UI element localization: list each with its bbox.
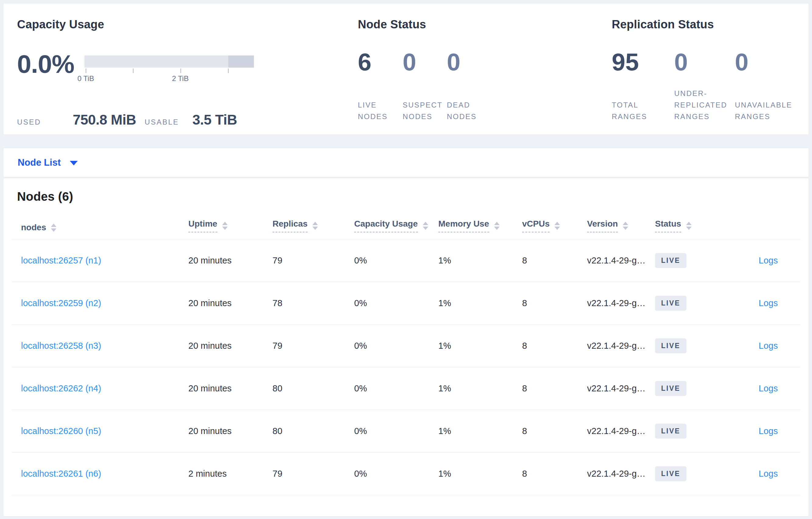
stat-label: UNAVAILABLE RANGES: [735, 99, 792, 122]
vcpus-cell: 8: [522, 298, 587, 308]
node-list-dropdown[interactable]: Node List: [3, 148, 809, 177]
uptime-cell: 20 minutes: [188, 426, 272, 436]
stat-label: UNDER- REPLICATED RANGES: [674, 88, 735, 122]
node-status-title: Node Status: [358, 18, 612, 31]
column-header-memory-use[interactable]: Memory Use: [438, 219, 522, 233]
sort-icon: [313, 222, 318, 230]
capacity-bar-segment: [228, 55, 254, 68]
stat-label: SUSPECT NODES: [403, 99, 447, 122]
replicas-cell: 79: [272, 255, 354, 266]
node-link[interactable]: localhost:26260 (n5): [21, 426, 101, 436]
stat-under-replicated-ranges: 0 UNDER- REPLICATED RANGES: [674, 50, 735, 122]
stat-value: 0: [735, 50, 792, 74]
axis-tick: [86, 68, 86, 73]
status-badge: LIVE: [655, 296, 687, 311]
stat-label: TOTAL RANGES: [612, 99, 674, 122]
capacity-cell: 0%: [354, 255, 438, 266]
column-header-nodes[interactable]: nodes: [21, 223, 188, 233]
capacity-axis-ticks: [84, 68, 254, 73]
memory-cell: 1%: [438, 255, 522, 266]
replicas-cell: 79: [272, 469, 354, 479]
replicas-cell: 78: [272, 298, 354, 308]
node-link[interactable]: localhost:26262 (n4): [21, 384, 101, 393]
axis-tick: [180, 68, 181, 73]
table-row: localhost:26262 (n4) 20 minutes 80 0% 1%…: [12, 367, 800, 410]
node-link[interactable]: localhost:26257 (n1): [21, 255, 101, 265]
stat-live-nodes: 6 LIVE NODES: [358, 50, 403, 122]
sort-icon: [51, 223, 56, 232]
stat-value: 6: [358, 50, 403, 74]
uptime-cell: 20 minutes: [188, 341, 272, 351]
stat-label: LIVE NODES: [358, 99, 403, 122]
status-badge: LIVE: [655, 424, 687, 438]
uptime-cell: 20 minutes: [188, 384, 272, 394]
node-link[interactable]: localhost:26258 (n3): [21, 341, 101, 350]
node-link[interactable]: localhost:26259 (n2): [21, 298, 101, 308]
memory-cell: 1%: [438, 384, 522, 394]
memory-cell: 1%: [438, 341, 522, 351]
status-badge: LIVE: [655, 338, 687, 353]
capacity-cell: 0%: [354, 426, 438, 436]
stat-value: 0: [447, 50, 477, 74]
column-header-capacity-usage[interactable]: Capacity Usage: [354, 219, 438, 233]
sort-icon: [222, 222, 228, 230]
stat-unavailable-ranges: 0 UNAVAILABLE RANGES: [735, 50, 792, 122]
capacity-cell: 0%: [354, 384, 438, 394]
table-row: localhost:26258 (n3) 20 minutes 79 0% 1%…: [12, 325, 800, 367]
caret-down-icon: [70, 161, 78, 165]
table-row: localhost:26260 (n5) 20 minutes 80 0% 1%…: [12, 410, 800, 453]
column-header-uptime[interactable]: Uptime: [188, 219, 272, 233]
stat-label: DEAD NODES: [447, 99, 477, 122]
capacity-cell: 0%: [354, 298, 438, 308]
cluster-summary-panel: Capacity Usage 0.0% 0 TiB 2 TiB: [3, 3, 809, 135]
uptime-cell: 20 minutes: [188, 298, 272, 308]
logs-link[interactable]: Logs: [759, 384, 778, 393]
replication-status-panel: Replication Status 95 TOTAL RANGES 0 UND…: [612, 18, 809, 134]
capacity-cell: 0%: [354, 341, 438, 351]
nodes-table-card: Nodes (6) nodes Uptime Replicas Capacity…: [3, 178, 809, 517]
capacity-bar-chart: 0 TiB 2 TiB: [84, 55, 254, 84]
table-header-row: nodes Uptime Replicas Capacity Usage Mem…: [12, 204, 800, 239]
column-header-version[interactable]: Version: [587, 219, 655, 233]
memory-cell: 1%: [438, 426, 522, 436]
status-badge: LIVE: [655, 381, 687, 396]
capacity-cell: 0%: [354, 469, 438, 479]
status-badge: LIVE: [655, 253, 687, 268]
logs-link[interactable]: Logs: [759, 426, 778, 436]
nodes-table-title: Nodes (6): [3, 178, 809, 204]
table-row: localhost:26259 (n2) 20 minutes 78 0% 1%…: [12, 282, 800, 325]
version-cell: v22.1.4-29-g…: [587, 426, 655, 436]
table-row: localhost:26261 (n6) 2 minutes 79 0% 1% …: [12, 453, 800, 495]
stat-total-ranges: 95 TOTAL RANGES: [612, 50, 674, 122]
capacity-bar-track: [84, 55, 254, 68]
version-cell: v22.1.4-29-g…: [587, 255, 655, 266]
status-badge: LIVE: [655, 466, 687, 481]
usable-label: USABLE: [144, 118, 179, 126]
vcpus-cell: 8: [522, 341, 587, 351]
version-cell: v22.1.4-29-g…: [587, 341, 655, 351]
column-header-status[interactable]: Status: [655, 219, 741, 233]
replicas-cell: 80: [272, 426, 354, 436]
logs-link[interactable]: Logs: [759, 469, 778, 479]
axis-tick: [228, 68, 229, 73]
table-row: localhost:26257 (n1) 20 minutes 79 0% 1%…: [12, 239, 800, 282]
stat-dead-nodes: 0 DEAD NODES: [447, 50, 477, 122]
logs-link[interactable]: Logs: [759, 341, 778, 350]
sort-icon: [423, 222, 428, 230]
used-value: 750.8 MiB: [73, 112, 136, 128]
replicas-cell: 80: [272, 384, 354, 394]
logs-link[interactable]: Logs: [759, 298, 778, 308]
vcpus-cell: 8: [522, 255, 587, 266]
logs-link[interactable]: Logs: [759, 255, 778, 265]
column-header-replicas[interactable]: Replicas: [272, 219, 354, 233]
cluster-overview-page: Capacity Usage 0.0% 0 TiB 2 TiB: [0, 3, 812, 517]
vcpus-cell: 8: [522, 469, 587, 479]
usable-value: 3.5 TiB: [192, 112, 237, 128]
sort-icon: [554, 222, 560, 230]
vcpus-cell: 8: [522, 384, 587, 394]
stat-suspect-nodes: 0 SUSPECT NODES: [403, 50, 447, 122]
memory-cell: 1%: [438, 298, 522, 308]
uptime-cell: 2 minutes: [188, 469, 272, 479]
column-header-vcpus[interactable]: vCPUs: [522, 219, 587, 233]
node-link[interactable]: localhost:26261 (n6): [21, 469, 101, 479]
